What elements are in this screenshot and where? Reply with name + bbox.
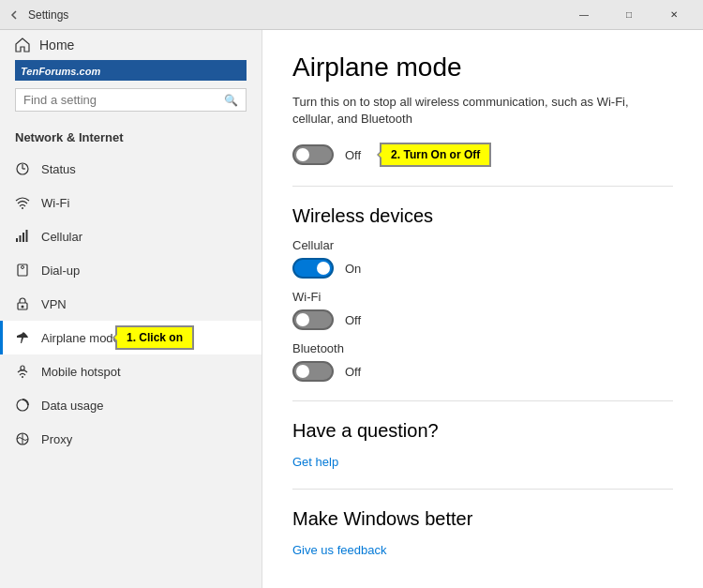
bluetooth-toggle-thumb <box>296 365 309 378</box>
title-bar: Settings — □ ✕ <box>0 0 703 30</box>
sidebar-item-airplane[interactable]: Airplane mode 1. Click on <box>0 321 262 354</box>
sidebar-label-vpn: VPN <box>41 297 67 311</box>
airplane-toggle-row: Off 2. Turn On or Off <box>292 143 673 167</box>
device-wifi: Wi-Fi Off <box>292 290 673 330</box>
page-title: Airplane mode <box>292 53 673 83</box>
divider-2 <box>292 400 673 401</box>
svg-rect-6 <box>22 233 24 242</box>
device-cellular: Cellular On <box>292 238 673 279</box>
sidebar-section-title: Network & Internet <box>0 123 262 152</box>
back-button[interactable] <box>7 8 21 22</box>
main-content: Airplane mode Turn this on to stop all w… <box>262 30 703 588</box>
watermark: TenForums.com <box>21 66 100 77</box>
device-bluetooth: Bluetooth Off <box>292 341 673 382</box>
svg-point-3 <box>22 207 23 209</box>
search-icon: 🔍 <box>224 94 238 107</box>
sidebar-item-vpn[interactable]: VPN <box>0 287 262 321</box>
sidebar-item-dialup[interactable]: Dial-up <box>0 253 262 287</box>
toggle-thumb <box>296 148 309 161</box>
search-box[interactable]: 🔍 <box>15 88 247 112</box>
sidebar-label-hotspot: Mobile hotspot <box>41 365 121 379</box>
wifi-toggle-thumb <box>296 313 309 326</box>
bluetooth-toggle[interactable] <box>292 361 334 382</box>
sidebar: Home TenForums.com 🔍 Network & Internet … <box>0 30 262 588</box>
sidebar-item-home[interactable]: Home <box>0 30 262 60</box>
svg-point-18 <box>22 376 23 378</box>
wifi-toggle[interactable] <box>292 309 334 330</box>
home-icon <box>15 38 30 53</box>
wifi-device-label: Wi-Fi <box>292 290 673 304</box>
bluetooth-toggle-label: Off <box>345 365 361 379</box>
sidebar-label-wifi: Wi-Fi <box>41 196 69 210</box>
svg-point-17 <box>22 306 24 309</box>
datausage-icon <box>15 398 30 413</box>
page-description: Turn this on to stop all wireless commun… <box>292 94 673 128</box>
feedback-link[interactable]: Give us feedback <box>292 543 386 557</box>
svg-rect-7 <box>26 230 28 242</box>
sidebar-item-cellular[interactable]: Cellular <box>0 219 262 253</box>
sidebar-callout: 1. Click on <box>115 325 194 350</box>
cellular-toggle[interactable] <box>292 258 334 279</box>
wifi-toggle-row: Off <box>292 309 673 330</box>
sidebar-item-datausage[interactable]: Data usage <box>0 388 262 422</box>
search-input[interactable] <box>23 93 224 107</box>
sidebar-item-proxy[interactable]: Proxy <box>0 422 262 456</box>
divider-3 <box>292 489 673 490</box>
cellular-toggle-label: On <box>345 262 361 276</box>
wifi-icon <box>15 195 30 210</box>
svg-point-9 <box>22 266 24 269</box>
proxy-icon <box>15 431 30 446</box>
airplane-toggle[interactable] <box>292 144 334 165</box>
wireless-section-title: Wireless devices <box>292 205 673 227</box>
status-icon <box>15 161 30 176</box>
sidebar-label-proxy: Proxy <box>41 432 72 446</box>
vpn-icon <box>15 296 30 311</box>
svg-rect-5 <box>20 235 22 242</box>
hotspot-icon <box>15 364 30 379</box>
svg-rect-4 <box>16 238 18 242</box>
bluetooth-toggle-row: Off <box>292 361 673 382</box>
windows-section-title: Make Windows better <box>292 508 673 530</box>
wifi-toggle-label: Off <box>345 313 361 327</box>
question-section-title: Have a question? <box>292 420 673 442</box>
sidebar-label-dialup: Dial-up <box>41 264 80 278</box>
cellular-icon <box>15 229 30 244</box>
cellular-device-label: Cellular <box>292 238 673 252</box>
maximize-button[interactable]: □ <box>607 0 651 30</box>
window-title: Settings <box>28 8 68 22</box>
home-label: Home <box>39 38 74 53</box>
airplane-callout: 2. Turn On or Off <box>380 143 491 167</box>
sidebar-label-status: Status <box>41 162 76 176</box>
sidebar-label-cellular: Cellular <box>41 230 82 244</box>
sidebar-label-datausage: Data usage <box>41 399 104 413</box>
get-help-link[interactable]: Get help <box>292 455 338 469</box>
bluetooth-device-label: Bluetooth <box>292 341 673 355</box>
airplane-icon <box>15 330 30 345</box>
cellular-toggle-thumb <box>317 262 330 275</box>
sidebar-item-wifi[interactable]: Wi-Fi <box>0 186 262 219</box>
minimize-button[interactable]: — <box>562 0 606 30</box>
sidebar-item-hotspot[interactable]: Mobile hotspot <box>0 354 262 388</box>
dialup-icon <box>15 263 30 278</box>
divider-1 <box>292 186 673 187</box>
airplane-toggle-label: Off <box>345 148 361 162</box>
sidebar-item-status[interactable]: Status <box>0 152 262 186</box>
window-controls: — □ ✕ <box>562 0 696 30</box>
close-button[interactable]: ✕ <box>652 0 696 30</box>
cellular-toggle-row: On <box>292 258 673 279</box>
